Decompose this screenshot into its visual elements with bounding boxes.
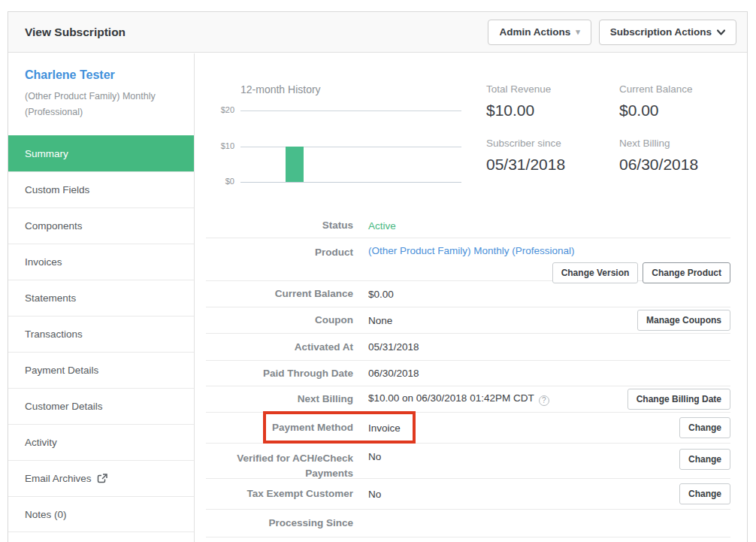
admin-actions-label: Admin Actions: [499, 26, 570, 38]
next-billing-value: $10.00 on 06/30/2018 01:42PM CDT?: [368, 392, 549, 406]
row-next-billing: Next Billing $10.00 on 06/30/2018 01:42P…: [206, 386, 730, 413]
row-label: Product: [206, 245, 353, 260]
chevron-down-icon: [717, 29, 725, 35]
change-version-button[interactable]: Change Version: [552, 262, 639, 283]
customer-block: Charlene Tester (Other Product Family) M…: [8, 53, 194, 135]
sidebar-item-payment-details[interactable]: Payment Details: [8, 352, 194, 388]
status-value: Active: [368, 220, 396, 232]
change-billing-date-button[interactable]: Change Billing Date: [627, 389, 730, 410]
row-status: Status Active: [206, 213, 730, 238]
row-label: Tax Exempt Customer: [206, 486, 353, 501]
main-content: 12-month History $20 $10 $0 Total Revenu…: [195, 53, 747, 542]
row-product: Product (Other Product Family) Monthly (…: [206, 238, 730, 281]
gridline: [240, 111, 461, 111]
chart-title: 12-month History: [240, 83, 321, 95]
row-paid-through-date: Paid Through Date 06/30/2018: [206, 361, 730, 386]
question-circle-icon[interactable]: ?: [539, 395, 549, 406]
y-axis-tick: $10: [195, 141, 234, 150]
subscription-actions-label: Subscription Actions: [610, 26, 712, 38]
page-title: View Subscription: [25, 26, 125, 39]
sidebar: Charlene Tester (Other Product Family) M…: [8, 53, 195, 542]
manage-coupons-button[interactable]: Manage Coupons: [637, 310, 730, 331]
activated-at-value: 05/31/2018: [368, 341, 419, 353]
row-label: Verified for ACH/eCheck Payments: [206, 451, 353, 480]
row-payment-method: Payment Method Invoice Change: [206, 413, 730, 444]
stat-subscriber-since: Subscriber since 05/31/2018: [486, 138, 565, 174]
admin-actions-button[interactable]: Admin Actions ▾: [488, 20, 591, 45]
gridline: [240, 147, 461, 147]
tax-exempt-value: No: [368, 489, 381, 500]
card-header: View Subscription Admin Actions ▾ Subscr…: [8, 12, 747, 53]
sidebar-item-transactions[interactable]: Transactions: [8, 316, 194, 352]
sidebar-item-statements[interactable]: Statements: [8, 280, 194, 316]
change-ach-verified-button[interactable]: Change: [679, 449, 730, 470]
chevron-down-icon: ▾: [576, 28, 580, 36]
row-tax-exempt: Tax Exempt Customer No Change: [206, 479, 730, 510]
stat-next-billing: Next Billing 06/30/2018: [619, 138, 698, 174]
row-ach-verified: Verified for ACH/eCheck Payments No Chan…: [206, 444, 730, 479]
row-label: Paid Through Date: [206, 366, 353, 381]
payment-method-value: Invoice: [368, 422, 401, 434]
sidebar-item-activity[interactable]: Activity: [8, 424, 194, 460]
customer-plan-text: (Other Product Family) Monthly (Professi…: [25, 89, 168, 120]
change-tax-exempt-button[interactable]: Change: [679, 483, 730, 504]
stat-current-balance: Current Balance $0.00: [619, 83, 693, 120]
external-link-icon: [97, 474, 107, 484]
sidebar-item-customer-details[interactable]: Customer Details: [8, 388, 194, 424]
y-axis-tick: $0: [195, 177, 234, 186]
row-processing-since: Processing Since: [206, 510, 730, 537]
sidebar-nav: Summary Custom Fields Components Invoice…: [8, 135, 194, 532]
revenue-bar: [286, 147, 304, 182]
row-label: Current Balance: [206, 286, 353, 301]
y-axis-tick: $20: [195, 105, 234, 114]
row-current-balance: Current Balance $0.00: [206, 281, 730, 307]
header-actions: Admin Actions ▾ Subscription Actions: [488, 20, 736, 45]
sidebar-item-notes[interactable]: Notes (0): [8, 496, 194, 532]
sidebar-item-invoices[interactable]: Invoices: [8, 244, 194, 280]
change-product-button[interactable]: Change Product: [643, 262, 730, 283]
sidebar-item-email-archives[interactable]: Email Archives: [8, 460, 194, 496]
row-coupon: Coupon None Manage Coupons: [206, 307, 730, 334]
customer-name-link[interactable]: Charlene Tester: [25, 68, 177, 82]
subscription-actions-button[interactable]: Subscription Actions: [599, 20, 736, 45]
row-label: Processing Since: [206, 516, 353, 531]
row-label: Status: [206, 218, 353, 233]
row-activated-at: Activated At 05/31/2018: [206, 334, 730, 361]
current-balance-value: $0.00: [368, 289, 394, 300]
coupon-value: None: [368, 315, 392, 326]
product-buttons: Change Version Change Product: [206, 262, 730, 283]
row-label: Coupon: [206, 313, 353, 328]
view-subscription-card: View Subscription Admin Actions ▾ Subscr…: [8, 11, 748, 542]
product-link[interactable]: (Other Product Family) Monthly (Professi…: [368, 245, 575, 256]
row-label: Next Billing: [206, 392, 353, 407]
sidebar-item-custom-fields[interactable]: Custom Fields: [8, 171, 194, 207]
x-axis-line: [240, 182, 461, 183]
details-table: Status Active Product (Other Product Fam…: [206, 213, 730, 537]
stat-total-revenue: Total Revenue $10.00: [486, 83, 551, 120]
row-label: Payment Method: [206, 420, 353, 435]
sidebar-item-summary[interactable]: Summary: [8, 135, 194, 171]
overview-section: 12-month History $20 $10 $0 Total Revenu…: [195, 53, 747, 213]
sidebar-item-components[interactable]: Components: [8, 207, 194, 244]
row-label: Activated At: [206, 340, 353, 355]
change-payment-method-button[interactable]: Change: [679, 417, 730, 438]
paid-through-date-value: 06/30/2018: [368, 368, 419, 379]
ach-verified-value: No: [368, 451, 381, 462]
